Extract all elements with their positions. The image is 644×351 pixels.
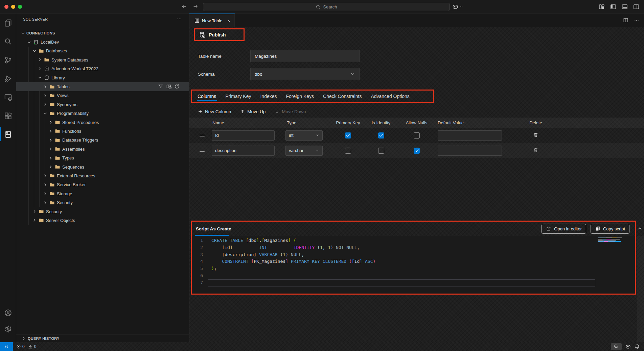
default-value-input[interactable] [438, 146, 502, 156]
connections-section-header[interactable]: CONNECTIONS [16, 29, 189, 37]
primary-key-checkbox[interactable] [345, 132, 351, 139]
column-name-input[interactable] [212, 146, 275, 156]
search-icon [316, 4, 321, 10]
navigate-forward-icon[interactable] [193, 4, 198, 9]
designer-tab-indexes[interactable]: Indexes [260, 91, 277, 102]
tree-item-label: Tables [57, 84, 70, 89]
tab-label: New Table [202, 18, 222, 23]
macos-close-button[interactable] [4, 5, 8, 9]
script-panel-title: Script As Create [196, 226, 231, 231]
allow-nulls-checkbox[interactable] [414, 148, 420, 154]
move-up-button[interactable]: Move Up [240, 109, 266, 114]
activity-bar-item-extensions[interactable] [0, 106, 16, 125]
more-actions-icon[interactable] [177, 16, 182, 22]
column-type-select[interactable]: int [285, 130, 323, 141]
tree-item-stored-procedures[interactable]: Stored Procedures [16, 118, 189, 127]
tree-item-database-triggers[interactable]: Database Triggers [16, 136, 189, 145]
table-name-input[interactable] [250, 50, 360, 62]
tree-item-label: Synonyms [57, 102, 77, 107]
table-plus-icon[interactable] [166, 84, 171, 89]
tree-item-types[interactable]: Types [16, 153, 189, 162]
activity-bar-item-search[interactable] [0, 32, 16, 51]
trash-icon[interactable] [533, 132, 538, 137]
tree-item-functions[interactable]: Functions [16, 127, 189, 135]
move-down-button[interactable]: Move Down [274, 109, 306, 114]
toggle-secondary-sidebar-icon[interactable] [633, 4, 639, 10]
refresh-icon[interactable] [174, 84, 180, 89]
tree-item-security[interactable]: Security [16, 198, 189, 207]
publish-button[interactable]: Publish [195, 31, 226, 38]
activity-bar-item-settings[interactable] [0, 321, 16, 337]
new-column-button[interactable]: New Column [198, 109, 231, 114]
designer-tab-check-constraints[interactable]: Check Constraints [323, 91, 362, 102]
designer-tab-advanced-options[interactable]: Advanced Options [371, 91, 409, 102]
activity-bar-item-remote-explorer[interactable] [0, 88, 16, 106]
copilot-status-icon[interactable] [625, 344, 631, 350]
activity-bar-item-explorer[interactable] [0, 14, 16, 32]
minimap [598, 237, 624, 242]
tree-item-programmability[interactable]: Programmability [16, 109, 189, 118]
customize-layout-icon[interactable] [599, 4, 605, 10]
default-value-input[interactable] [438, 130, 502, 141]
problems-status[interactable]: 0 0 [16, 344, 36, 349]
schema-select[interactable]: dbo [250, 68, 360, 80]
tree-item-views[interactable]: Views [16, 91, 189, 100]
activity-bar-item-source-control[interactable] [0, 51, 16, 69]
tree-item-storage[interactable]: Storage [16, 189, 189, 198]
split-editor-icon[interactable] [623, 18, 628, 23]
tree-item-label: Sequences [62, 165, 84, 170]
copy-script-button[interactable]: Copy script [591, 224, 629, 234]
copilot-menu[interactable] [452, 3, 463, 10]
activity-bar-item-accounts[interactable] [0, 305, 16, 321]
tree-item-localdev[interactable]: LocalDev [16, 37, 189, 46]
drag-handle-icon[interactable] [200, 134, 205, 137]
editor-more-actions-icon[interactable] [634, 18, 639, 23]
is-identity-checkbox[interactable] [378, 148, 384, 154]
column-name-input[interactable] [212, 130, 275, 141]
zoom-status-button[interactable] [611, 343, 622, 350]
column-type-select[interactable]: varchar [285, 146, 323, 156]
is-identity-checkbox[interactable] [378, 132, 384, 139]
drag-handle-icon[interactable] [200, 149, 205, 152]
tree-item-adventureworkslt2022[interactable]: AdventureWorksLT2022 [16, 65, 189, 73]
tree-item-assemblies[interactable]: Assemblies [16, 145, 189, 153]
allow-nulls-checkbox[interactable] [414, 132, 420, 139]
tree-item-system-databases[interactable]: System Databases [16, 55, 189, 64]
tree-item-label: Database Triggers [62, 137, 98, 143]
query-history-section[interactable]: QUERY HISTORY [16, 334, 189, 342]
columns-grid: intvarchar [189, 128, 644, 158]
trash-icon[interactable] [533, 147, 538, 153]
columns-grid-header: NameTypePrimary KeyIs IdentityAllow Null… [189, 118, 644, 128]
designer-tab-foreign-keys[interactable]: Foreign Keys [286, 91, 314, 102]
tree-item-server-objects[interactable]: Server Objects [16, 216, 189, 225]
notifications-bell-icon[interactable] [635, 344, 640, 349]
close-icon[interactable] [227, 19, 231, 23]
open-in-editor-button[interactable]: Open in editor [542, 224, 586, 234]
sql-script-editor[interactable]: 1CREATE TABLE [dbo].[Magazines] (2 [Id] … [192, 236, 635, 294]
tree-item-databases[interactable]: Databases [16, 47, 189, 55]
designer-tab-columns[interactable]: Columns [198, 91, 216, 102]
toggle-primary-sidebar-icon[interactable] [610, 4, 616, 10]
command-search-box[interactable]: Search [203, 3, 450, 11]
macos-maximize-button[interactable] [18, 5, 22, 9]
scrollbar[interactable] [637, 236, 644, 342]
tree-item-external-resources[interactable]: External Resources [16, 171, 189, 180]
arrow-up-icon [240, 109, 245, 114]
filter-icon[interactable] [158, 84, 163, 89]
activity-bar-item-sql-server-table-designer[interactable] [0, 125, 16, 144]
tree-item-synonyms[interactable]: Synonyms [16, 100, 189, 109]
toggle-panel-icon[interactable] [622, 4, 628, 10]
tab-new-table[interactable]: New Table [189, 14, 235, 27]
tree-item-library[interactable]: Library [16, 73, 189, 82]
tree-item-sequences[interactable]: Sequences [16, 162, 189, 171]
remote-indicator[interactable] [0, 342, 13, 351]
collapse-panel-icon[interactable] [637, 225, 643, 232]
tree-item-service-broker[interactable]: Service Broker [16, 180, 189, 189]
primary-key-checkbox[interactable] [345, 148, 351, 154]
tree-item-tables[interactable]: Tables [16, 82, 189, 91]
navigate-back-icon[interactable] [181, 4, 187, 9]
designer-tab-primary-key[interactable]: Primary Key [225, 91, 251, 102]
tree-item-security[interactable]: Security [16, 207, 189, 216]
macos-minimize-button[interactable] [11, 5, 15, 9]
activity-bar-item-run-and-debug[interactable] [0, 69, 16, 88]
